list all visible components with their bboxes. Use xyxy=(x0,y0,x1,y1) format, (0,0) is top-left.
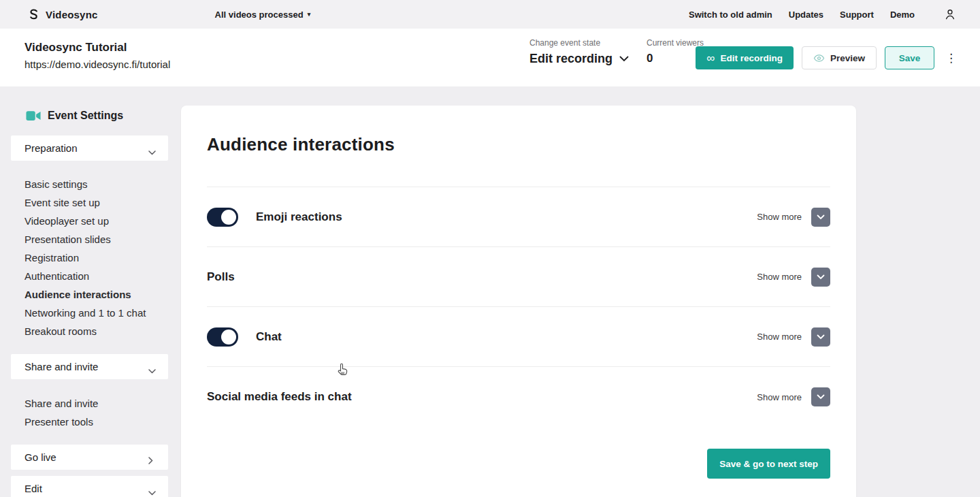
feature-label: Emoji reactions xyxy=(256,210,342,224)
edit-recording-button[interactable]: ∞ Edit recording xyxy=(696,46,794,69)
section-go-live-label: Go live xyxy=(24,451,56,463)
feature-label: Social media feeds in chat xyxy=(207,390,352,404)
videos-status-dropdown[interactable]: All videos processed ▾ xyxy=(215,10,311,20)
top-bar: Videosync All videos processed ▾ Switch … xyxy=(0,0,980,29)
show-more-link[interactable]: Show more xyxy=(757,272,802,282)
sidebar-item-authentication[interactable]: Authentication xyxy=(24,267,168,285)
toggle-knob xyxy=(221,210,236,225)
event-url[interactable]: https://demo.videosync.fi/tutorial xyxy=(24,59,170,70)
link-updates[interactable]: Updates xyxy=(789,10,823,20)
save-and-next-step-button[interactable]: Save & go to next step xyxy=(707,449,830,479)
sidebar-heading: Event Settings xyxy=(26,110,168,122)
settings-sidebar: Event Settings Preparation Basic setting… xyxy=(11,86,168,497)
brand-home-link[interactable]: Videosync xyxy=(27,8,98,21)
save-button-label: Save xyxy=(899,53,921,63)
chevron-down-icon xyxy=(148,486,156,491)
chevron-down-icon xyxy=(148,364,156,369)
section-share-label: Share and invite xyxy=(24,361,98,372)
show-more-link[interactable]: Show more xyxy=(757,332,802,342)
dropdown-caret-icon: ▾ xyxy=(308,11,311,18)
emoji-reactions-toggle[interactable] xyxy=(207,208,238,227)
topbar-links: Switch to old admin Updates Support Demo xyxy=(689,7,957,21)
feature-row-emoji-reactions: Emoji reactions Show more xyxy=(207,187,830,247)
chevron-down-icon xyxy=(148,146,156,150)
link-demo[interactable]: Demo xyxy=(890,10,915,20)
event-state-block: Change event state Edit recording xyxy=(529,38,629,66)
show-more-link[interactable]: Show more xyxy=(757,392,802,402)
videosync-logo-icon xyxy=(27,8,40,21)
user-account-icon[interactable] xyxy=(943,7,957,21)
preparation-item-list: Basic settings Event site set up Videopl… xyxy=(11,175,168,340)
infinity-recording-icon: ∞ xyxy=(706,52,715,64)
sidebar-item-share-and-invite[interactable]: Share and invite xyxy=(24,394,168,413)
header-actions: ∞ Edit recording Preview Save ⋮ xyxy=(696,46,960,69)
videos-status-label: All videos processed xyxy=(215,10,304,20)
sidebar-item-audience-interactions[interactable]: Audience interactions xyxy=(24,285,168,304)
card-footer: Save & go to next step xyxy=(207,449,830,479)
event-title-block: Videosync Tutorial https://demo.videosyn… xyxy=(24,41,170,70)
section-edit-label: Edit xyxy=(24,483,42,494)
show-more-link[interactable]: Show more xyxy=(757,212,802,222)
link-support[interactable]: Support xyxy=(840,10,874,20)
toggle-knob xyxy=(221,330,236,344)
sidebar-section-preparation[interactable]: Preparation xyxy=(11,135,168,161)
sidebar-item-registration[interactable]: Registration xyxy=(24,248,168,267)
section-preparation-label: Preparation xyxy=(24,142,78,154)
sidebar-section-edit[interactable]: Edit xyxy=(11,476,168,497)
edit-recording-button-label: Edit recording xyxy=(720,53,783,63)
event-state-value: Edit recording xyxy=(529,52,612,66)
sidebar-item-basic-settings[interactable]: Basic settings xyxy=(24,175,168,193)
feature-row-social-media-feeds: Social media feeds in chat Show more xyxy=(207,367,830,427)
feature-label: Chat xyxy=(256,330,282,344)
sidebar-item-event-site-set-up[interactable]: Event site set up xyxy=(24,193,168,212)
sidebar-item-breakout-rooms[interactable]: Breakout rooms xyxy=(24,322,168,340)
expand-chevron-button[interactable] xyxy=(811,208,830,227)
chevron-down-icon xyxy=(619,56,629,62)
more-options-kebab-menu[interactable]: ⋮ xyxy=(943,51,960,65)
video-camera-icon xyxy=(26,110,41,121)
sidebar-section-go-live[interactable]: Go live xyxy=(11,445,168,470)
event-header: Videosync Tutorial https://demo.videosyn… xyxy=(0,29,980,86)
expand-chevron-button[interactable] xyxy=(811,387,830,406)
chat-toggle[interactable] xyxy=(207,327,238,347)
sidebar-item-videoplayer-set-up[interactable]: Videoplayer set up xyxy=(24,212,168,230)
feature-row-chat: Chat Show more xyxy=(207,307,830,367)
link-switch-old-admin[interactable]: Switch to old admin xyxy=(689,10,772,20)
event-state-label: Change event state xyxy=(529,38,629,48)
save-button[interactable]: Save xyxy=(885,46,934,69)
page-title: Audience interactions xyxy=(207,134,830,155)
expand-chevron-button[interactable] xyxy=(811,327,830,347)
feature-label: Polls xyxy=(207,270,235,284)
sidebar-section-share-and-invite[interactable]: Share and invite xyxy=(11,354,168,379)
sidebar-item-presentation-slides[interactable]: Presentation slides xyxy=(24,230,168,248)
preview-button-label: Preview xyxy=(830,53,865,63)
expand-chevron-button[interactable] xyxy=(811,268,830,287)
sidebar-item-presenter-tools[interactable]: Presenter tools xyxy=(24,413,168,431)
audience-interactions-panel: Audience interactions Emoji reactions Sh… xyxy=(181,106,856,497)
preview-button[interactable]: Preview xyxy=(802,46,877,69)
event-state-dropdown[interactable]: Edit recording xyxy=(529,52,629,66)
sidebar-title: Event Settings xyxy=(48,110,123,122)
page-content: Event Settings Preparation Basic setting… xyxy=(0,86,980,497)
eye-icon xyxy=(813,54,825,63)
brand-name: Videosync xyxy=(46,9,98,20)
share-item-list: Share and invite Presenter tools xyxy=(11,394,168,431)
sidebar-item-networking-1to1-chat[interactable]: Networking and 1 to 1 chat xyxy=(24,304,168,322)
event-title: Videosync Tutorial xyxy=(24,41,170,54)
feature-row-polls: Polls Show more xyxy=(207,247,830,307)
chevron-right-icon xyxy=(148,455,156,460)
